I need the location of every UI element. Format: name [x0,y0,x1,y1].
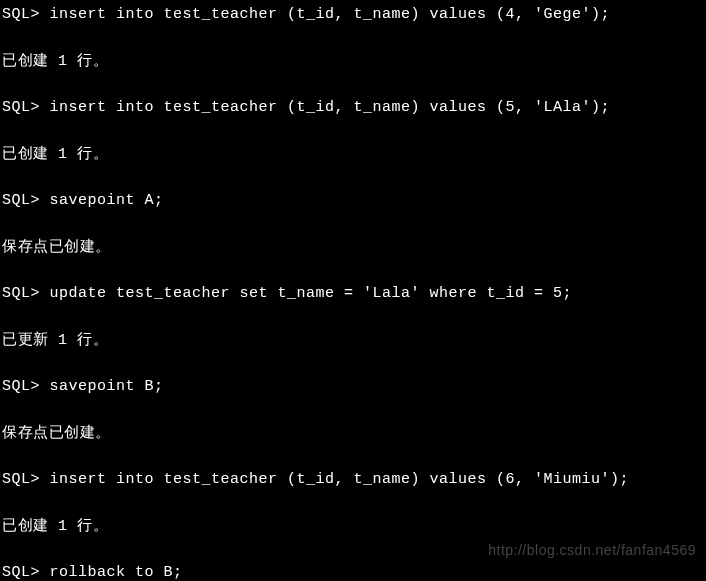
sql-command: savepoint B; [50,378,164,395]
command-line: SQL> update test_teacher set t_name = 'L… [2,283,704,306]
sql-prompt: SQL> [2,471,50,488]
blank-line [2,447,704,469]
sql-prompt: SQL> [2,378,50,395]
command-line: SQL> insert into test_teacher (t_id, t_n… [2,469,704,492]
watermark-text: http://blog.csdn.net/fanfan4569 [488,540,696,561]
output-line: 保存点已创建。 [2,423,704,446]
command-line: SQL> rollback to B; [2,562,704,581]
command-line: SQL> insert into test_teacher (t_id, t_n… [2,4,704,27]
blank-line [2,122,704,144]
sql-command: savepoint A; [50,192,164,209]
sql-command: rollback to B; [50,564,183,581]
blank-line [2,215,704,237]
sql-prompt: SQL> [2,99,50,116]
blank-line [2,401,704,423]
blank-line [2,494,704,516]
output-line: 已更新 1 行。 [2,330,704,353]
sql-prompt: SQL> [2,6,50,23]
blank-line [2,168,704,190]
sql-command: update test_teacher set t_name = 'Lala' … [50,285,573,302]
sql-command: insert into test_teacher (t_id, t_name) … [50,6,611,23]
blank-line [2,75,704,97]
command-line: SQL> insert into test_teacher (t_id, t_n… [2,97,704,120]
sql-prompt: SQL> [2,285,50,302]
terminal-output: SQL> insert into test_teacher (t_id, t_n… [2,4,704,581]
command-line: SQL> savepoint B; [2,376,704,399]
output-line: 已创建 1 行。 [2,516,704,539]
output-line: 保存点已创建。 [2,237,704,260]
sql-command: insert into test_teacher (t_id, t_name) … [50,471,630,488]
blank-line [2,308,704,330]
sql-prompt: SQL> [2,564,50,581]
output-line: 已创建 1 行。 [2,51,704,74]
blank-line [2,354,704,376]
command-line: SQL> savepoint A; [2,190,704,213]
blank-line [2,261,704,283]
output-line: 已创建 1 行。 [2,144,704,167]
sql-command: insert into test_teacher (t_id, t_name) … [50,99,611,116]
blank-line [2,29,704,51]
sql-prompt: SQL> [2,192,50,209]
